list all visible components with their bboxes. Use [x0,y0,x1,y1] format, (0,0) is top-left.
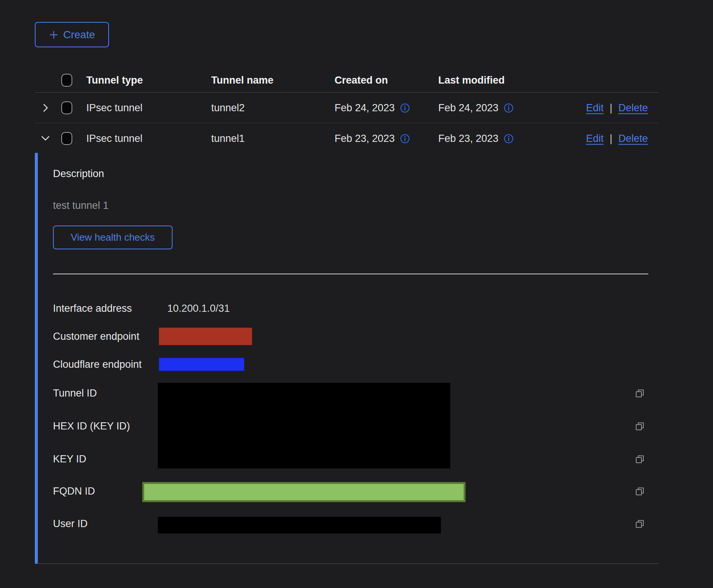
detail-label-cloudflare-endpoint: Cloudflare endpoint [53,359,142,370]
detail-label-fqdn-id: FQDN ID [53,485,95,497]
detail-label-interface-address: Interface address [53,303,132,314]
column-header-tunnel-name: Tunnel name [211,75,274,86]
table-header-row: Tunnel type Tunnel name Created on Last … [35,68,659,93]
tunnel-type-cell: IPsec tunnel [86,102,143,114]
last-modified-date: Feb 24, 2023 [438,102,498,114]
chevron-down-icon [40,134,50,143]
panel-divider [53,274,648,274]
info-icon[interactable] [504,134,514,143]
last-modified-cell: Feb 23, 2023 [438,133,514,145]
delete-link[interactable]: Delete [618,133,648,145]
column-header-created-on: Created on [335,75,388,86]
create-button[interactable]: Create [35,22,109,47]
tunnel-id-redaction [158,383,450,468]
column-header-last-modified: Last modified [438,75,505,86]
expanded-row-panel: Description test tunnel 1 View health ch… [35,153,659,564]
row-checkbox[interactable] [61,132,72,145]
detail-label-key-id: KEY ID [53,453,86,465]
info-icon[interactable] [400,134,410,143]
interface-address-value: 10.200.1.0/31 [167,303,230,314]
info-icon[interactable] [504,103,514,113]
info-icon[interactable] [400,103,410,113]
created-on-cell: Feb 24, 2023 [335,102,410,114]
delete-link[interactable]: Delete [618,102,648,114]
table-row: IPsec tunnel tunnel2 Feb 24, 2023 Feb 24… [35,93,659,123]
tunnels-page: Create Tunnel type Tunnel name Created o… [0,0,713,588]
row-actions: Edit | Delete [586,102,648,114]
fqdn-id-redaction [142,482,465,502]
plus-icon [49,30,59,40]
tunnel-name-cell: tunnel2 [211,102,245,114]
edit-link[interactable]: Edit [586,102,604,114]
expand-row-button[interactable] [40,103,50,113]
copy-icon[interactable] [635,454,645,464]
user-id-redaction [158,517,441,534]
actions-separator: | [610,102,612,114]
tunnel-type-cell: IPsec tunnel [86,133,143,145]
last-modified-date: Feb 23, 2023 [438,133,498,145]
copy-icon[interactable] [635,486,645,496]
detail-label-tunnel-id: Tunnel ID [53,387,97,399]
tunnel-name-cell: tunnel1 [211,133,245,145]
customer-endpoint-redaction [159,328,252,345]
tunnels-table: Tunnel type Tunnel name Created on Last … [35,68,659,154]
create-button-label: Create [63,29,95,41]
created-on-date: Feb 23, 2023 [335,133,395,145]
description-label: Description [53,168,104,180]
column-header-tunnel-type: Tunnel type [86,75,143,86]
copy-icon[interactable] [635,519,645,529]
cloudflare-endpoint-redaction [159,358,244,371]
copy-icon[interactable] [635,388,645,398]
chevron-right-icon [41,103,50,113]
detail-label-hex-id: HEX ID (KEY ID) [53,420,130,432]
description-value: test tunnel 1 [53,200,109,212]
select-all-checkbox[interactable] [61,74,72,87]
created-on-cell: Feb 23, 2023 [335,133,410,145]
detail-label-user-id: User ID [53,518,88,530]
actions-separator: | [610,133,612,145]
row-checkbox[interactable] [61,101,72,114]
edit-link[interactable]: Edit [586,133,604,145]
detail-label-customer-endpoint: Customer endpoint [53,331,139,342]
view-health-checks-button[interactable]: View health checks [53,226,173,249]
last-modified-cell: Feb 24, 2023 [438,102,514,114]
collapse-row-button[interactable] [40,134,50,143]
table-row: IPsec tunnel tunnel1 Feb 23, 2023 Feb 23… [35,123,659,154]
copy-icon[interactable] [635,421,645,431]
created-on-date: Feb 24, 2023 [335,102,395,114]
row-actions: Edit | Delete [586,133,648,145]
